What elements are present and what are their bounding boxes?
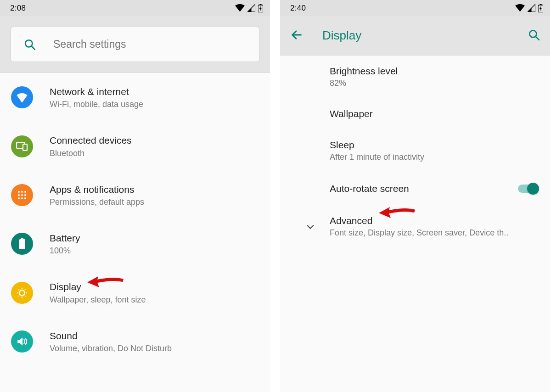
setting-item-battery[interactable]: Battery 100% <box>0 219 270 268</box>
display-settings-list: Brightness level 82% Wallpaper Sleep Aft… <box>280 56 550 248</box>
page-title: Display <box>322 28 361 43</box>
display-sub: After 1 minute of inactivity <box>330 152 539 162</box>
svg-rect-15 <box>21 238 23 239</box>
apps-icon <box>11 184 33 206</box>
setting-sub: Wi-Fi, mobile, data usage <box>50 100 143 109</box>
display-item-advanced[interactable]: Advanced Font size, Display size, Screen… <box>280 205 550 248</box>
svg-point-12 <box>18 197 20 199</box>
svg-rect-16 <box>19 239 25 249</box>
settings-list: Network & internet Wi-Fi, mobile, data u… <box>0 73 270 366</box>
display-title: Brightness level <box>330 66 539 77</box>
setting-title: Display <box>50 280 146 293</box>
setting-sub: Volume, vibration, Do Not Disturb <box>50 344 172 353</box>
cell-signal-icon <box>528 4 535 12</box>
display-title: Advanced <box>330 215 539 226</box>
setting-item-sound[interactable]: Sound Volume, vibration, Do Not Disturb <box>0 317 270 366</box>
wifi-icon <box>11 86 33 108</box>
chevron-down-icon <box>305 222 315 232</box>
svg-point-8 <box>24 191 26 193</box>
status-bar: 2:08 <box>0 0 270 16</box>
setting-item-network[interactable]: Network & internet Wi-Fi, mobile, data u… <box>0 73 270 122</box>
setting-title: Battery <box>50 232 80 245</box>
toolbar: Display <box>280 16 550 56</box>
setting-title: Apps & notifications <box>50 183 144 196</box>
svg-point-17 <box>19 290 25 296</box>
display-item-sleep[interactable]: Sleep After 1 minute of inactivity <box>280 129 550 172</box>
status-time: 2:08 <box>10 4 26 13</box>
sound-icon <box>11 330 33 353</box>
status-bar: 2:40 <box>280 0 550 16</box>
display-item-brightness[interactable]: Brightness level 82% <box>280 56 550 98</box>
setting-item-display[interactable]: Display Wallpaper, sleep, font size <box>0 268 270 317</box>
setting-title: Connected devices <box>50 134 132 147</box>
search-button[interactable] <box>528 29 540 43</box>
search-box[interactable]: Search settings <box>11 27 259 62</box>
svg-line-21 <box>535 36 539 40</box>
search-icon <box>528 29 540 41</box>
brightness-icon <box>11 282 33 304</box>
svg-rect-19 <box>540 4 542 6</box>
svg-point-9 <box>18 194 20 196</box>
search-container: Search settings <box>0 16 270 73</box>
display-title: Auto-rotate screen <box>330 183 518 194</box>
wifi-icon <box>515 4 525 12</box>
display-item-autorotate[interactable]: Auto-rotate screen <box>280 172 550 205</box>
setting-item-connected-devices[interactable]: Connected devices Bluetooth <box>0 122 270 170</box>
battery-icon <box>538 4 543 12</box>
arrow-back-icon <box>290 28 303 41</box>
svg-point-6 <box>18 191 20 193</box>
svg-point-13 <box>21 197 23 199</box>
wifi-icon <box>235 4 245 12</box>
status-icons <box>235 4 263 12</box>
display-sub: Font size, Display size, Screen saver, D… <box>330 228 539 238</box>
svg-rect-1 <box>260 4 262 6</box>
svg-point-10 <box>21 194 23 196</box>
devices-icon <box>11 135 33 157</box>
setting-title: Sound <box>50 330 172 342</box>
battery-icon <box>11 233 33 255</box>
setting-sub: Permissions, default apps <box>50 197 144 207</box>
svg-point-11 <box>24 194 26 196</box>
setting-sub: Bluetooth <box>50 149 132 158</box>
display-title: Wallpaper <box>330 108 539 119</box>
autorotate-toggle[interactable] <box>518 182 539 195</box>
status-time: 2:40 <box>290 4 306 13</box>
display-title: Sleep <box>330 140 539 151</box>
status-icons <box>515 4 543 12</box>
setting-title: Network & internet <box>50 85 143 98</box>
back-button[interactable] <box>290 28 303 43</box>
display-sub: 82% <box>330 78 539 88</box>
phone-right: 2:40 Display Brightness level 82% Wa <box>280 0 550 392</box>
setting-sub: Wallpaper, sleep, font size <box>50 295 146 305</box>
svg-point-7 <box>21 191 23 193</box>
svg-rect-5 <box>23 144 27 151</box>
cell-signal-icon <box>247 4 255 12</box>
search-icon <box>20 39 39 50</box>
battery-icon <box>258 4 263 12</box>
phone-left: 2:08 Search settings Network & internet … <box>0 0 270 392</box>
setting-item-apps[interactable]: Apps & notifications Permissions, defaul… <box>0 171 270 219</box>
svg-line-3 <box>31 46 35 50</box>
svg-point-14 <box>24 197 26 199</box>
setting-sub: 100% <box>50 246 80 256</box>
display-item-wallpaper[interactable]: Wallpaper <box>280 98 550 129</box>
search-placeholder: Search settings <box>53 38 126 50</box>
